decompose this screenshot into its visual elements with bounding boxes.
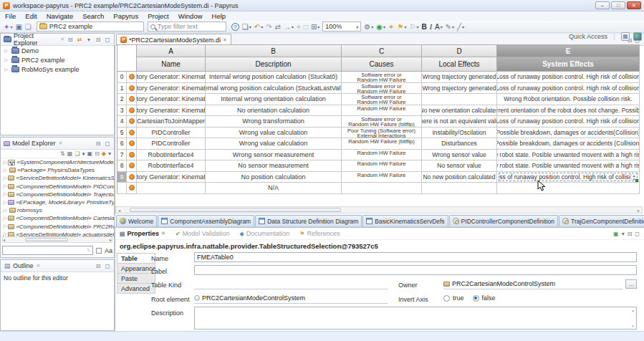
link-with-editor-icon[interactable]: ◆ [102,150,106,157]
row-number[interactable]: 9 [117,172,127,183]
name-cell[interactable]: PIDController [137,128,206,139]
close-tab-icon[interactable]: ✕ [223,37,227,43]
link-with-editor-icon[interactable]: ⇄ [76,37,83,43]
zoom-fit-icon[interactable]: ⊞▾ [309,21,321,32]
model-filter-input[interactable]: ✎ [2,246,93,255]
local-effects-cell[interactable]: No new position calculated [422,172,497,183]
name-cell[interactable]: ajectory Generator: Kinematics.. [137,105,206,117]
causes-cell[interactable]: Random HW Failure [342,105,422,117]
save-all-icon[interactable]: ❏▾ [24,21,33,32]
owner-field[interactable]: PRC2CartesianModeControlSystem [443,279,623,289]
menu-item[interactable]: Window [178,12,203,20]
quick-access[interactable]: Quick Access [569,33,607,40]
menu-item[interactable]: Help [212,12,226,20]
expand-arrow-icon[interactable]: ▷ [3,200,6,206]
local-effects-cell[interactable]: Instability/Oscilation [422,128,497,139]
expand-arrow-icon[interactable]: ▷ [4,67,9,72]
properties-view-tab[interactable]: ▤ Properties ✕ [117,228,168,239]
column-letter-selected[interactable]: E [497,45,640,57]
system-effects-cell[interactable]: ▴▾ [497,183,640,194]
menu-item[interactable]: File [5,12,16,20]
scroll-right-icon[interactable]: ▸ [635,208,642,213]
bold-button[interactable]: B▾ [420,21,428,32]
help-icon[interactable]: ?▾ [230,21,241,32]
description-cell[interactable]: Wrong transformation [206,116,342,128]
invert-false-radio[interactable] [473,295,479,302]
view-menu-icon[interactable]: ▾ [108,150,111,157]
model-tree-item[interactable]: ▷ «ComponentDefinitionModel» PRC2Robot [1,223,114,231]
diagram-tab[interactable]: ComponentAssemblyDiagram ✕ [158,215,254,226]
link-editor-icon[interactable]: ⇄▾ [274,21,282,32]
new-view-icon[interactable]: ▣ [613,231,619,237]
select-tool-icon[interactable]: +▾ [295,21,302,32]
scroll-left-icon[interactable]: ◂ [116,208,122,213]
label-field[interactable] [194,265,637,275]
local-effects-cell[interactable]: Wrong trajectory generated [422,72,497,83]
properties-view-tab[interactable]: ◆ Documentation ✕ [238,228,292,239]
name-field[interactable]: FMEATable0 [194,252,637,262]
model-tree-item[interactable]: ▷ «ComponentDefinitionModel» PIDControl [1,183,114,191]
model-tree-item[interactable]: ▷ «ComponentDefinitionModel» TrajectoryG [1,191,114,198]
properties-side-tab[interactable]: Paste [117,273,155,284]
run-config-icon[interactable]: ⚙▾ [362,21,375,32]
project-tree-item[interactable]: ▷ PRC2 example [1,55,114,64]
highlight-icon[interactable]: ✎▾ [444,21,456,32]
description-cell[interactable]: No orientation calculation [206,105,342,117]
row-number[interactable]: 0 [117,72,127,83]
row-marker-cell[interactable] [127,116,137,128]
close-button[interactable]: ✕ [627,1,641,9]
diagram-tab[interactable]: Data Structure Definition Diagram ✕ [255,215,362,226]
properties-side-tab[interactable]: Advanced [117,283,155,294]
column-letter[interactable]: B [206,45,342,57]
row-marker-cell[interactable] [127,160,137,172]
browse-button[interactable]: ... [625,279,637,289]
description-cell[interactable]: Wrong value calculation [206,138,342,150]
model-tree-item[interactable]: ▷ «Package» PhysicsDataTypes [1,166,114,174]
column-letter[interactable]: C [342,45,422,57]
save-icon[interactable]: ▣▾ [14,21,23,32]
maximize-icon[interactable]: ◻ [104,37,111,43]
expand-arrow-icon[interactable]: ▷ [3,216,6,221]
system-effects-cell[interactable]: Unknow robot state. Posible unwanted mov… [497,160,640,172]
name-cell[interactable] [137,183,206,194]
italic-button[interactable]: I▾ [428,21,433,32]
maximize-icon[interactable]: ◻ [104,263,111,269]
system-effects-cell[interactable]: Wrong Robot orientation. Possible collis… [497,94,640,105]
row-marker-cell[interactable] [127,128,137,139]
local-effects-cell[interactable]: Disturbances [422,138,497,150]
expand-arrow-icon[interactable]: ▷ [4,48,9,54]
case-sensitive-checkbox[interactable] [96,248,102,254]
column-header[interactable]: Name [137,57,206,72]
causes-cell[interactable]: Random HW Failure [342,160,422,172]
system-effects-cell[interactable]: Possible breakdown, damages or accidents… [497,138,640,150]
properties-side-tab[interactable]: Table [117,253,155,264]
name-cell[interactable]: RobotInterface4 [137,160,206,172]
name-cell[interactable]: RobotInterface4 [137,150,206,161]
expand-arrow-icon[interactable]: ▷ [3,191,6,197]
font-color-icon[interactable]: A▾ [433,21,444,32]
row-marker-cell[interactable] [127,83,137,95]
validate-icon[interactable]: ♦ [82,150,85,157]
minimize-icon[interactable]: ⊟ [95,37,102,43]
menu-item[interactable]: Navigate [47,12,74,20]
column-letter[interactable]: D [422,45,497,57]
maximize-icon[interactable]: ◻ [635,231,640,237]
description-cell[interactable]: Wrong sensor measurement [206,150,342,161]
marker-icon[interactable]: ⚑▾ [395,21,408,32]
local-effects-cell[interactable]: There is not an equivalent value [422,116,497,128]
close-icon[interactable]: ✕ [37,263,41,269]
description-cell[interactable]: No position calculation [206,172,342,183]
diagram-tab[interactable]: Welcome ✕ [116,215,157,226]
model-tree-item[interactable]: ▷ «ComponentDefinitionModel» CartesianTo [1,214,114,222]
description-cell[interactable]: Wrong value calculation [206,128,342,139]
description-cell[interactable]: N/A [206,183,342,194]
line-style-icon[interactable]: ╱▾ [456,21,466,32]
table-kind-field[interactable] [194,279,388,289]
papyrus-perspective-icon[interactable] [633,32,642,41]
search-icon[interactable]: ✦▾ [387,21,395,32]
system-effects-cell[interactable]: Possible breakdown, damages or accidents… [497,128,640,139]
causes-cell[interactable]: Software error or Random HW Failure (bit… [342,116,422,128]
name-cell[interactable]: ajectory Generator: Kinematics.. [137,72,206,83]
root-element-field[interactable]: PRC2CartesianModeControlSystem [194,294,388,304]
expand-arrow-icon[interactable]: ▷ [3,208,8,213]
